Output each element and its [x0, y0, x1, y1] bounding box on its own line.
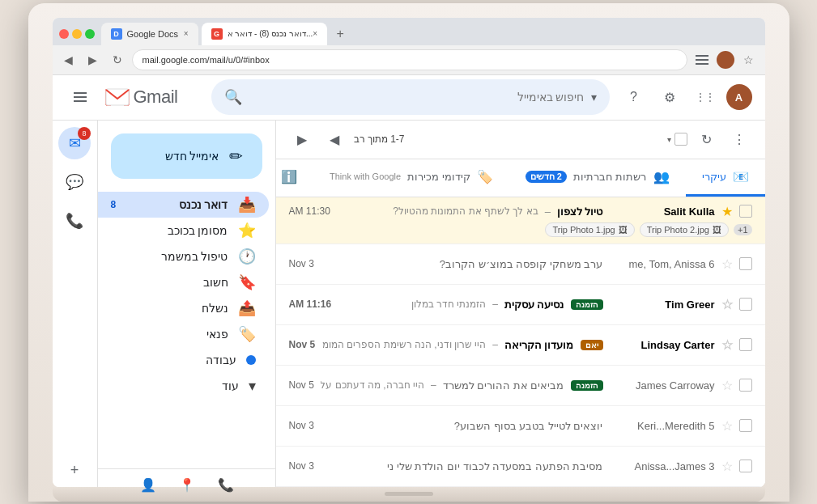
nav-next-button[interactable]: ▶ [289, 126, 315, 152]
nav-item-snoozed[interactable]: 🕐 טיפול במשמר [98, 244, 269, 269]
tab-gmail-close[interactable]: × [313, 29, 317, 38]
compose-icon: ✏ [229, 146, 243, 166]
nav-sidebar: ✏ אימייל חדש 📥 דואר נכנס 8 ⭐ מסומן בכוכב… [98, 121, 276, 487]
nav-item-important[interactable]: 🔖 חשוב [98, 269, 269, 295]
email-checkbox-tom[interactable] [739, 257, 752, 270]
select-all-checkbox[interactable] [674, 133, 687, 146]
window-maximize-btn[interactable] [85, 29, 95, 39]
attachment-trip1[interactable]: 🖼 Trip Photo 1.jpg [545, 222, 634, 237]
email-preview-james: היי חברה, מה דעתכם על... [321, 379, 424, 391]
email-row-anissa[interactable]: ☆ 3 Anissa...James מסיבת הפתעה במסעדה לכ… [276, 447, 765, 487]
cat-tab-promo[interactable]: 🏷️ קידומי מכירות Think with Google [313, 159, 509, 197]
important-label: חשוב [203, 276, 228, 289]
work-icon [246, 355, 256, 365]
email-star-salit[interactable]: ★ [721, 204, 733, 219]
more-options-button[interactable]: ⋮ [726, 126, 752, 152]
tab-docs-close[interactable]: × [184, 29, 189, 38]
gmail-menu-button[interactable] [66, 83, 95, 112]
browser-menu-button[interactable] [692, 50, 712, 70]
email-star-anissa[interactable]: ☆ [721, 459, 733, 474]
email-preview-salit: בא לך לשתף את התמונות מהטיול? [393, 205, 538, 217]
inbox-area: ⋮ ↻ ▾ 1-7 מתוך רב ◀ ▶ 📧 [276, 121, 765, 487]
snoozed-icon: 🕐 [238, 248, 256, 265]
email-row-james[interactable]: ☆ James Carroway הזמנה מביאים את ההורים … [276, 366, 765, 406]
select-dropdown-icon[interactable]: ▾ [667, 135, 671, 144]
email-subject-lindsay: מועדון הקריאה [504, 339, 574, 351]
email-star-tom[interactable]: ☆ [721, 256, 733, 272]
attachment-trip2[interactable]: 🖼 Trip Photo 2.jpg [640, 222, 729, 237]
cat-tab-main-label: עיקרי [702, 171, 726, 183]
refresh-button[interactable]: ↻ [694, 126, 720, 152]
email-checkbox-tim[interactable] [739, 298, 752, 311]
nav-prev-button[interactable]: ◀ [321, 126, 347, 152]
email-row-lindsay[interactable]: ☆ Lindsay Carter יאם מועדון הקריאה – היי… [276, 325, 765, 366]
search-input[interactable] [249, 91, 585, 104]
cat-tab-updates[interactable]: ℹ️ עדכונים 1 חדש [276, 159, 314, 197]
nav-item-inbox[interactable]: 📥 דואר נכנס 8 [98, 192, 269, 218]
email-checkbox-salit[interactable] [739, 205, 752, 218]
nav-item-starred[interactable]: ⭐ מסומן בכוכב [98, 218, 269, 244]
email-row-tim[interactable]: ☆ Tim Greer הזמנה נסיעה עסקית – הזמנתי ח… [276, 285, 765, 325]
laptop-screen: D Google Docs × G דואר נכנס (8) - דואר א… [53, 18, 765, 487]
nav-item-sent[interactable]: 📤 נשלח [98, 295, 269, 321]
new-tab-button[interactable]: + [330, 24, 350, 44]
nav-item-work[interactable]: עבודה [98, 347, 269, 373]
work-label: עבודה [206, 354, 236, 366]
email-row-tom[interactable]: ☆ 6 me, Tom, Anissa ערב משחקי קופסה במוצ… [276, 244, 765, 285]
browser-profile-icon[interactable] [717, 51, 734, 69]
sidebar-icon-chat[interactable]: 💬 [58, 166, 91, 198]
window-minimize-btn[interactable] [72, 29, 82, 39]
cat-tab-main[interactable]: 📧 עיקרי [686, 159, 765, 197]
email-star-tim[interactable]: ☆ [721, 297, 733, 312]
mail-badge: 8 [78, 127, 91, 140]
browser-refresh-button[interactable]: ↻ [108, 50, 127, 70]
location-icon[interactable]: 📍 [177, 476, 197, 487]
add-person-icon[interactable]: 👤 [138, 476, 158, 487]
window-close-btn[interactable] [59, 29, 69, 39]
gmail-header: Gmail 🔍 ▾ ? ⚙ ⋮⋮ A [53, 75, 765, 121]
nav-item-more[interactable]: ▾ עוד [98, 373, 269, 399]
settings-icon[interactable]: ⚙ [655, 83, 684, 112]
apps-grid-icon[interactable]: ⋮⋮ [691, 83, 720, 112]
cat-tab-social[interactable]: 👥 רשתות חברתיות 2 חדשים [509, 159, 686, 197]
email-star-james[interactable]: ☆ [721, 378, 733, 393]
nav-item-leisure[interactable]: 🏷️ פנאי [98, 321, 269, 347]
sidebar-icon-video[interactable]: 📞 [58, 205, 91, 237]
promo-tab-icon: 🏷️ [477, 169, 493, 184]
starred-label: מסומן בכוכב [168, 224, 228, 237]
gmail-body: ✉ 8 💬 📞 + [53, 121, 765, 487]
browser-back-button[interactable]: ◀ [59, 50, 79, 70]
email-checkbox-keri[interactable] [739, 419, 752, 432]
search-dropdown-icon[interactable]: ▾ [591, 91, 597, 104]
email-content-james: הזמנה מביאים את ההורים למשרד – היי חברה,… [321, 379, 603, 392]
email-star-keri[interactable]: ☆ [721, 418, 733, 434]
browser-tab-gmail[interactable]: G דואר נכנס (8) - דואר א... × [202, 23, 328, 45]
address-bar[interactable]: mail.google.com/mail/u/0/#inbox [132, 49, 687, 70]
gmail-logo-area: Gmail [104, 84, 202, 110]
search-icon: 🔍 [224, 88, 242, 106]
browser-forward-button[interactable]: ▶ [83, 50, 103, 70]
promo-tab-sublabel: Think with Google [330, 172, 401, 181]
laptop-frame: D Google Docs × G דואר נכנס (8) - דואר א… [28, 3, 789, 502]
email-row-salit[interactable]: ★ Salit Kulla טיול לצפון – בא לך לשתף את… [276, 197, 765, 244]
browser-tab-docs[interactable]: D Google Docs × [101, 23, 198, 45]
gmail-favicon: G [211, 28, 223, 40]
compose-button[interactable]: ✏ אימייל חדש [111, 133, 262, 179]
gmail-logo [104, 84, 130, 110]
email-star-lindsay[interactable]: ☆ [721, 337, 733, 353]
phone-icon[interactable]: 📞 [216, 476, 236, 487]
browser-star-button[interactable]: ☆ [739, 50, 759, 70]
email-content-keri: יוצאים לטייל בטבע בסוף השבוע? [321, 420, 603, 432]
user-avatar[interactable]: A [726, 84, 752, 110]
sidebar-add-button[interactable]: + [58, 455, 91, 487]
video-icon: 📞 [66, 212, 83, 230]
search-bar[interactable]: 🔍 ▾ [211, 79, 610, 115]
email-row-keri[interactable]: ☆ 5 Keri...Meredith יוצאים לטייל בטבע בס… [276, 406, 765, 447]
help-icon[interactable]: ? [619, 83, 649, 112]
laptop-notch [385, 492, 433, 496]
email-time-james: Nov 5 [289, 379, 314, 391]
email-checkbox-lindsay[interactable] [739, 338, 752, 351]
email-checkbox-anissa[interactable] [739, 460, 752, 472]
sidebar-icon-mail[interactable]: ✉ 8 [58, 127, 91, 159]
email-checkbox-james[interactable] [739, 379, 752, 392]
